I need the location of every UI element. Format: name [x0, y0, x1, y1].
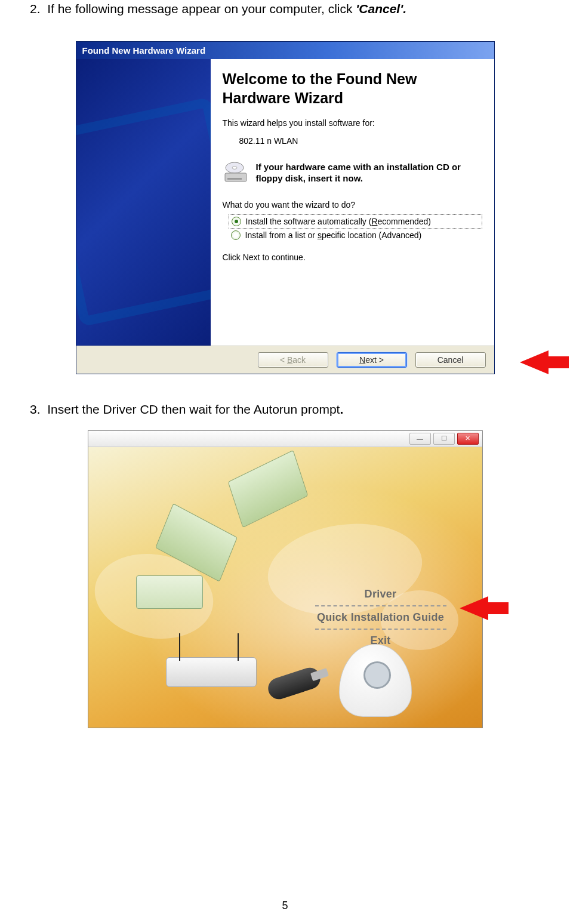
- menu-separator: [315, 605, 446, 606]
- radio-icon: [231, 230, 241, 240]
- wizard-option-advanced[interactable]: Install from a list or specific location…: [229, 229, 482, 242]
- cd-drive-icon: [223, 161, 249, 184]
- wizard-heading: Welcome to the Found New Hardware Wizard: [223, 70, 482, 107]
- close-button[interactable]: ✕: [457, 433, 479, 445]
- menu-exit[interactable]: Exit: [315, 631, 446, 651]
- step-2-emph: 'Cancel'.: [356, 2, 406, 16]
- annotation-arrow-icon: [460, 596, 488, 620]
- usb-dongle-graphic: [265, 665, 323, 702]
- next-button[interactable]: Next >: [337, 352, 407, 368]
- annotation-arrow-icon: [520, 350, 549, 374]
- autorun-window: — ☐ ✕ Driver Quick Installa: [88, 430, 483, 728]
- wizard-helps-text: This wizard helps you install software f…: [223, 118, 482, 128]
- svg-point-1: [232, 166, 237, 169]
- back-button[interactable]: < Back: [258, 352, 328, 368]
- autorun-menu: Driver Quick Installation Guide Exit: [315, 584, 446, 651]
- wizard-continue-text: Click Next to continue.: [223, 252, 482, 262]
- minimize-button[interactable]: —: [409, 433, 431, 445]
- step-3-text: Insert the Driver CD then wait for the A…: [47, 402, 340, 416]
- step-3: 3. Insert the Driver CD then wait for th…: [30, 401, 540, 418]
- page-number: 5: [0, 900, 570, 912]
- wizard-device-name: 802.11 n WLAN: [239, 136, 482, 146]
- camera-graphic: [339, 644, 412, 717]
- autorun-titlebar: — ☐ ✕: [88, 431, 482, 447]
- hardware-card-graphic: [227, 450, 308, 528]
- step-2: 2. If he following message appear on you…: [30, 0, 540, 17]
- step-3-num: 3.: [30, 402, 41, 416]
- wizard-window: Found New Hardware Wizard Welcome to the…: [76, 41, 495, 374]
- wizard-titlebar: Found New Hardware Wizard: [76, 42, 494, 59]
- step-2-num: 2.: [30, 2, 41, 16]
- svg-rect-2: [225, 173, 247, 181]
- menu-separator: [315, 629, 446, 630]
- radio-icon: [232, 217, 241, 226]
- step-2-text: If he following message appear on your c…: [47, 2, 356, 16]
- cancel-button[interactable]: Cancel: [415, 352, 486, 368]
- router-graphic: [166, 644, 255, 686]
- svg-rect-3: [227, 178, 242, 180]
- hardware-card-graphic: [136, 575, 203, 609]
- wizard-option-auto[interactable]: Install the software automatically (Reco…: [229, 214, 482, 229]
- wizard-cd-text: If your hardware came with an installati…: [256, 161, 482, 184]
- menu-guide[interactable]: Quick Installation Guide: [315, 608, 446, 627]
- wizard-cd-row: If your hardware came with an installati…: [223, 161, 482, 184]
- wizard-side-graphic: [76, 59, 211, 346]
- wizard-prompt: What do you want the wizard to do?: [223, 200, 482, 210]
- menu-driver[interactable]: Driver: [315, 584, 446, 604]
- maximize-button[interactable]: ☐: [433, 433, 455, 445]
